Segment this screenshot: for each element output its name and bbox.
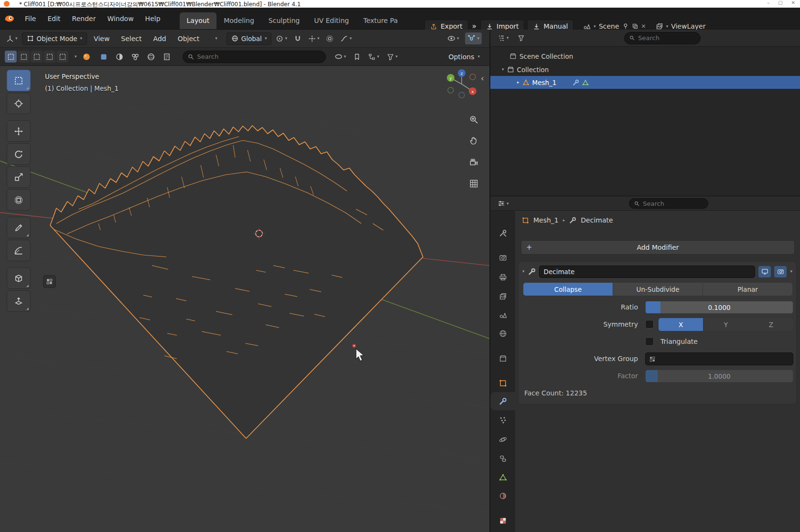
modifier-name-field[interactable] bbox=[539, 266, 756, 278]
camera-view-button[interactable] bbox=[465, 154, 482, 170]
new-scene-icon[interactable] bbox=[632, 23, 638, 30]
proportional-editing-toggle[interactable] bbox=[324, 33, 336, 44]
workspace-tab-layout[interactable]: Layout bbox=[180, 12, 217, 29]
tab-object[interactable] bbox=[490, 374, 515, 392]
menu-edit[interactable]: Edit bbox=[42, 12, 66, 25]
menu-add[interactable]: Add bbox=[149, 32, 171, 45]
navigation-gizmo[interactable]: z y x bbox=[443, 67, 480, 103]
factor-slider[interactable]: 1.0000 bbox=[645, 370, 793, 383]
tool-settings-dropdown[interactable]: ▾ bbox=[213, 34, 220, 43]
menu-view[interactable]: View bbox=[89, 32, 114, 45]
window-maximize-button[interactable]: ▢ bbox=[778, 0, 782, 5]
options-dropdown[interactable]: Options ▾ bbox=[448, 53, 485, 61]
symmetry-checkbox[interactable] bbox=[645, 320, 654, 329]
menu-window[interactable]: Window bbox=[101, 12, 139, 25]
mode-unsubdivide[interactable]: Un-Subdivide bbox=[613, 283, 703, 296]
modifier-name-input[interactable] bbox=[544, 268, 751, 276]
outliner-row-mesh[interactable]: ▸ Mesh_1 bbox=[490, 76, 800, 89]
viewport-search-input[interactable] bbox=[197, 53, 321, 60]
mode-dropdown[interactable]: Object Mode ▾ bbox=[22, 32, 87, 45]
outliner-search[interactable] bbox=[624, 32, 701, 44]
show-in-viewport-toggle[interactable] bbox=[758, 266, 771, 277]
modifier-extras-icon[interactable]: ▾ bbox=[790, 269, 792, 274]
axis-z[interactable]: Z bbox=[749, 318, 793, 331]
properties-search-input[interactable] bbox=[643, 200, 703, 207]
outliner-editor-type-button[interactable]: ▾ bbox=[495, 32, 511, 44]
axis-y[interactable]: Y bbox=[703, 318, 748, 331]
tool-annotate[interactable] bbox=[7, 217, 31, 238]
show-gizmo-dropdown[interactable]: ▾ bbox=[465, 32, 482, 44]
shading-spheres-toggle[interactable] bbox=[129, 51, 142, 63]
menu-help[interactable]: Help bbox=[140, 12, 166, 25]
window-minimize-button[interactable]: – bbox=[767, 0, 769, 5]
select-mode-intersect[interactable] bbox=[56, 51, 68, 63]
material-ball-icon[interactable] bbox=[82, 53, 91, 61]
object-visibility-dropdown[interactable]: ▾ bbox=[445, 32, 462, 44]
shading-solid-toggle[interactable] bbox=[97, 51, 110, 63]
outliner-filter-button[interactable] bbox=[515, 32, 527, 43]
tab-constraints[interactable] bbox=[490, 449, 515, 468]
viewport-popup-button[interactable] bbox=[43, 275, 56, 288]
chevron-down-icon[interactable]: ▾ bbox=[75, 54, 77, 59]
editor-type-button[interactable]: ▾ bbox=[4, 33, 20, 44]
viewlayer-selector[interactable]: ▾ ViewLayer bbox=[656, 22, 706, 30]
filter-dropdown[interactable]: ▾ bbox=[384, 51, 400, 63]
tab-physics[interactable] bbox=[490, 430, 515, 448]
ratio-slider[interactable]: 0.1000 bbox=[645, 301, 793, 314]
tab-view-layer[interactable] bbox=[490, 287, 515, 305]
workspace-tab-modeling[interactable]: Modeling bbox=[216, 12, 261, 29]
modifier-indicator-icon[interactable] bbox=[573, 79, 579, 86]
collapse-chevron-icon[interactable]: ▾ bbox=[502, 67, 504, 72]
tool-cursor[interactable] bbox=[7, 93, 31, 114]
tab-world[interactable] bbox=[490, 324, 515, 342]
tool-add-cube[interactable] bbox=[7, 267, 31, 289]
select-mode-subtract[interactable] bbox=[31, 51, 43, 63]
tool-extrude[interactable] bbox=[7, 290, 31, 312]
tab-particles[interactable] bbox=[490, 411, 515, 429]
orthographic-toggle-button[interactable] bbox=[465, 175, 482, 192]
mesh-data-icon[interactable] bbox=[582, 79, 589, 86]
mode-planar[interactable]: Planar bbox=[703, 283, 792, 296]
add-modifier-button[interactable]: + Add Modifier bbox=[521, 240, 795, 255]
blender-menu-button[interactable] bbox=[0, 13, 19, 24]
axis-x[interactable]: X bbox=[659, 318, 703, 331]
menu-object[interactable]: Object bbox=[173, 32, 205, 45]
breadcrumb-modifier[interactable]: Decimate bbox=[581, 216, 613, 224]
outliner-row-scene-collection[interactable]: Scene Collection bbox=[490, 50, 800, 63]
asset-library-toggle[interactable] bbox=[160, 51, 173, 63]
show-in-render-toggle[interactable] bbox=[774, 266, 787, 277]
select-mode-extend[interactable] bbox=[18, 51, 30, 63]
menu-select[interactable]: Select bbox=[116, 32, 146, 45]
properties-editor-type-button[interactable]: ▾ bbox=[495, 198, 511, 209]
tab-object-data[interactable] bbox=[490, 468, 515, 486]
tab-output[interactable] bbox=[490, 268, 515, 286]
unlink-scene-icon[interactable]: ✕ bbox=[641, 23, 646, 29]
viewport-canvas[interactable]: User Perspective (1) Collection | Mesh_1 bbox=[0, 66, 489, 532]
bookmark-button[interactable] bbox=[351, 51, 363, 63]
shading-sphere-toggle[interactable] bbox=[144, 51, 158, 63]
display-shape-dropdown[interactable]: ▾ bbox=[332, 51, 349, 63]
tool-scale[interactable] bbox=[7, 166, 31, 188]
scene-selector[interactable]: ▾ Scene ✕ bbox=[583, 22, 646, 30]
viewport-search[interactable] bbox=[183, 51, 326, 63]
outliner-row-collection[interactable]: ▾ Collection bbox=[490, 63, 800, 76]
outliner-search-input[interactable] bbox=[638, 34, 695, 42]
pin-icon[interactable] bbox=[622, 23, 629, 30]
tab-modifiers[interactable] bbox=[490, 392, 515, 410]
mode-collapse[interactable]: Collapse bbox=[523, 283, 613, 296]
transform-orientation-dropdown[interactable]: Global ▾ bbox=[227, 32, 272, 45]
pan-button[interactable] bbox=[465, 132, 482, 149]
workspace-tab-uv-editing[interactable]: UV Editing bbox=[307, 12, 356, 29]
tab-texture[interactable] bbox=[490, 511, 515, 530]
tab-collection[interactable] bbox=[490, 349, 515, 367]
properties-search[interactable] bbox=[629, 198, 708, 209]
panel-collapse-icon[interactable]: ▾ bbox=[522, 269, 525, 274]
sidebar-collapse-arrow[interactable]: ‹ bbox=[481, 74, 484, 83]
menu-render[interactable]: Render bbox=[66, 12, 102, 25]
tool-transform[interactable] bbox=[7, 189, 31, 211]
terrain-mesh-silhouette[interactable] bbox=[50, 126, 423, 438]
tab-tool[interactable] bbox=[490, 224, 515, 242]
proportional-falloff-dropdown[interactable]: ▾ bbox=[338, 33, 354, 44]
tab-render[interactable] bbox=[490, 248, 515, 266]
breadcrumb-object[interactable]: Mesh_1 bbox=[533, 216, 559, 224]
